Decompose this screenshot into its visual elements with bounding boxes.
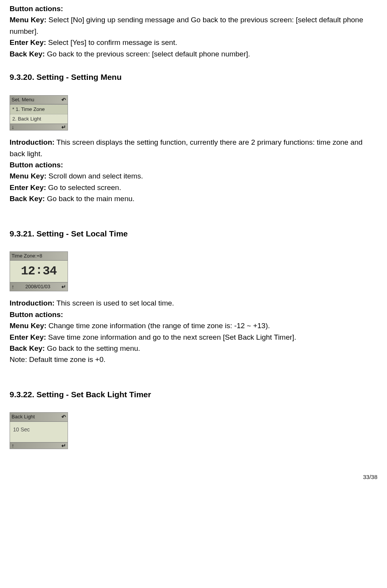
note-text: Note: Default time zone is +0. — [10, 354, 377, 365]
back-key-text: Go back to the previous screen: [select … — [45, 50, 250, 58]
screen-titlebar: Back Light ↶ — [10, 413, 68, 421]
menu-item-time-zone: * 1. Time Zone — [10, 104, 68, 114]
enter-icon: ↵ — [61, 124, 66, 130]
button-actions-label: Button actions: — [10, 5, 63, 13]
menu-key-text: Scroll down and select items. — [46, 172, 143, 180]
button-actions-label: Button actions: — [10, 311, 63, 319]
footer-date: 2008/01/03 — [14, 283, 61, 291]
heading-9-3-22: 9.3.22. Setting - Set Back Light Timer — [10, 388, 377, 401]
heading-9-3-20: 9.3.20. Setting - Setting Menu — [10, 71, 377, 84]
button-actions-label: Button actions: — [10, 161, 63, 169]
screen-footer: ↑ ↵ — [10, 442, 68, 449]
enter-key-label: Enter Key: — [10, 333, 46, 341]
heading-title: Setting - Setting Menu — [36, 73, 122, 81]
heading-number: 9.3.21. — [10, 229, 34, 238]
up-arrow-icon: ↑ — [12, 443, 14, 448]
back-key-label: Back Key: — [10, 195, 45, 203]
back-key-text: Go back to the main menu. — [45, 195, 134, 203]
clock-time: 12 — [21, 262, 35, 281]
back-icon: ↶ — [61, 414, 66, 420]
enter-icon: ↵ — [61, 284, 66, 289]
back-light-screenshot: Back Light ↶ 10 Sec ↑ ↵ — [10, 412, 68, 449]
enter-key-text: Go to selected screen. — [46, 183, 121, 192]
back-light-value: 10 Sec — [10, 422, 68, 443]
time-zone-screenshot: Time Zone:+8 12:34 ↑ 2008/01/03 ↵ — [10, 251, 68, 291]
heading-title: Setting - Set Local Time — [36, 229, 128, 238]
screen-titlebar: Time Zone:+8 — [10, 252, 68, 261]
back-icon: ↶ — [61, 97, 66, 102]
menu-item-back-light: 2. Back Light — [10, 114, 68, 124]
back-key-text: Go back to the setting menu. — [45, 344, 140, 352]
set-menu-screenshot: Set. Menu ↶ * 1. Time Zone 2. Back Light… — [10, 95, 68, 130]
menu-key-text: Change time zone information (the range … — [46, 322, 270, 330]
screen-title: Time Zone:+8 — [12, 252, 42, 260]
back-key-label: Back Key: — [10, 344, 45, 352]
heading-title: Setting - Set Back Light Timer — [36, 390, 151, 399]
heading-number: 9.3.20. — [10, 73, 34, 81]
enter-key-label: Enter Key: — [10, 38, 46, 46]
intro-label: Introduction: — [10, 299, 55, 307]
page-number: 33/38 — [10, 472, 377, 481]
clock-display: 12:34 — [10, 261, 68, 282]
down-arrow-icon: ↓ — [12, 124, 14, 130]
section-continued: Button actions: Menu Key: Select [No] gi… — [10, 3, 377, 59]
screen-footer: ↑ 2008/01/03 ↵ — [10, 282, 68, 291]
enter-icon: ↵ — [61, 443, 66, 448]
menu-key-label: Menu Key: — [10, 172, 46, 180]
heading-9-3-21: 9.3.21. Setting - Set Local Time — [10, 228, 377, 240]
back-key-label: Back Key: — [10, 50, 45, 58]
screen-body: * 1. Time Zone 2. Back Light — [10, 104, 68, 124]
up-arrow-icon: ↑ — [12, 284, 14, 289]
section-9-3-20-body: Introduction: This screen displays the s… — [10, 137, 377, 205]
enter-key-text: Save time zone information and go to the… — [46, 333, 296, 341]
screen-titlebar: Set. Menu ↶ — [10, 96, 68, 104]
intro-text: This screen is used to set local time. — [55, 299, 174, 307]
heading-number: 9.3.22. — [10, 390, 34, 399]
section-9-3-21-body: Introduction: This screen is used to set… — [10, 297, 377, 365]
menu-key-text: Select [No] giving up sending message an… — [10, 16, 363, 35]
enter-key-text: Select [Yes] to confirm message is sent. — [46, 38, 177, 46]
intro-text: This screen displays the setting functio… — [10, 138, 362, 157]
screen-footer: ↓ ↵ — [10, 124, 68, 130]
screen-title: Set. Menu — [12, 96, 34, 104]
intro-label: Introduction: — [10, 138, 55, 146]
menu-key-label: Menu Key: — [10, 322, 46, 330]
menu-key-label: Menu Key: — [10, 16, 46, 24]
screen-title: Back Light — [12, 413, 35, 421]
enter-key-label: Enter Key: — [10, 183, 46, 192]
